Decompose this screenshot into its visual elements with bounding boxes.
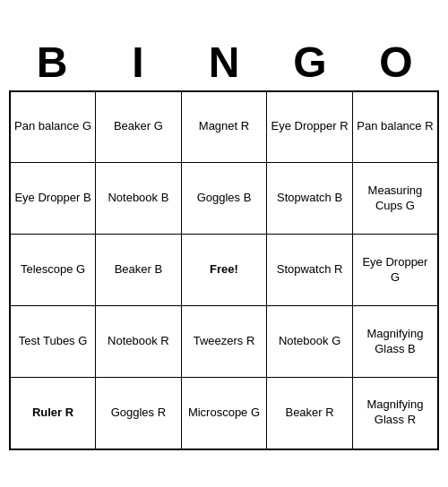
- grid-cell-1-2: Goggles B: [181, 163, 267, 235]
- grid-cell-0-2: Magnet R: [181, 91, 267, 163]
- header-letter-b: B: [13, 38, 91, 87]
- bingo-grid: Pan balance GBeaker GMagnet REye Dropper…: [9, 90, 439, 450]
- header-letter-g: G: [271, 38, 349, 87]
- grid-cell-3-1: Notebook R: [96, 306, 182, 378]
- grid-cell-4-1: Goggles R: [96, 378, 182, 449]
- grid-cell-2-0: Telescope G: [10, 235, 96, 306]
- header-letter-n: N: [185, 38, 263, 87]
- grid-cell-1-0: Eye Dropper B: [10, 163, 96, 235]
- header-letter-o: O: [357, 38, 435, 87]
- grid-cell-3-0: Test Tubes G: [10, 306, 96, 378]
- grid-cell-2-1: Beaker B: [96, 235, 182, 306]
- grid-cell-0-0: Pan balance G: [10, 91, 96, 163]
- grid-cell-3-4: Magnifying Glass B: [352, 306, 438, 378]
- grid-cell-4-4: Magnifying Glass R: [352, 378, 438, 449]
- grid-row-4: Ruler RGoggles RMicroscope GBeaker RMagn…: [10, 378, 438, 449]
- grid-row-1: Eye Dropper BNotebook BGoggles BStopwatc…: [10, 163, 438, 235]
- grid-cell-4-2: Microscope G: [181, 378, 267, 449]
- grid-cell-1-3: Stopwatch B: [267, 163, 353, 235]
- bingo-header: BINGO: [9, 38, 439, 87]
- grid-row-0: Pan balance GBeaker GMagnet REye Dropper…: [10, 91, 438, 163]
- header-letter-i: I: [99, 38, 177, 87]
- grid-cell-3-2: Tweezers R: [181, 306, 267, 378]
- grid-cell-3-3: Notebook G: [267, 306, 353, 378]
- grid-row-2: Telescope GBeaker BFree!Stopwatch REye D…: [10, 235, 438, 306]
- bingo-card: BINGO Pan balance GBeaker GMagnet REye D…: [9, 38, 439, 450]
- grid-cell-0-1: Beaker G: [96, 91, 182, 163]
- grid-cell-0-4: Pan balance R: [352, 91, 438, 163]
- grid-cell-4-3: Beaker R: [267, 378, 353, 449]
- grid-cell-2-3: Stopwatch R: [267, 235, 353, 306]
- grid-cell-2-2: Free!: [181, 235, 267, 306]
- grid-row-3: Test Tubes GNotebook RTweezers RNotebook…: [10, 306, 438, 378]
- grid-cell-0-3: Eye Dropper R: [267, 91, 353, 163]
- grid-cell-1-4: Measuring Cups G: [352, 163, 438, 235]
- grid-cell-4-0: Ruler R: [10, 378, 96, 449]
- grid-cell-1-1: Notebook B: [96, 163, 182, 235]
- grid-cell-2-4: Eye Dropper G: [352, 235, 438, 306]
